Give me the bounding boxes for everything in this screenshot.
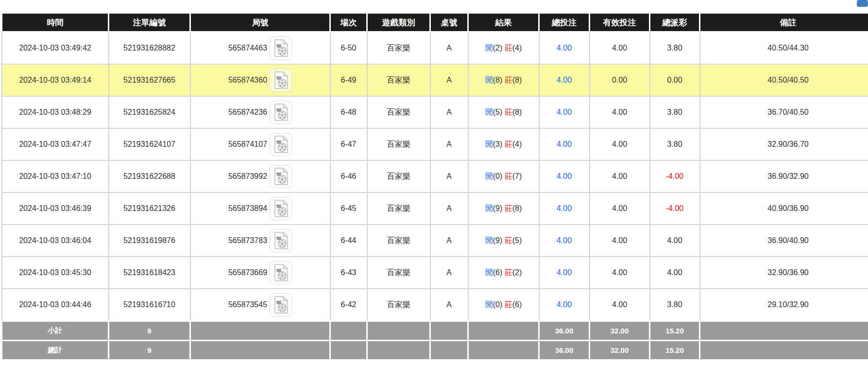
cell-table-no: A: [430, 289, 468, 321]
video-playback-button[interactable]: [270, 197, 292, 220]
cell-result: 閒(5) 莊(8): [468, 96, 539, 128]
cell-table-no: A: [430, 128, 468, 160]
result-player-label: 閒: [485, 44, 493, 52]
result-player-label: 閒: [485, 268, 493, 277]
summary-round: [190, 321, 330, 341]
total-bet-link[interactable]: 4.00: [557, 204, 572, 212]
cell-time: 2024-10-03 03:44:46: [2, 289, 109, 321]
cell-total-payout: 3.80: [650, 96, 700, 128]
cell-bet-id: 521931619876: [109, 225, 190, 257]
result-banker-label: 莊: [505, 172, 512, 180]
bet-history-table: 時間注單編號局號場次遊戲類別桌號結果總投注有效投注總派彩備註 2024-10-0…: [1, 12, 868, 361]
video-playback-button[interactable]: [270, 69, 292, 92]
round-id-wrap: 565874360: [228, 69, 292, 92]
cell-bet-id: 521931625824: [109, 96, 190, 128]
total-payout-value: -4.00: [666, 172, 683, 180]
cell-result: 閒(6) 莊(2): [468, 257, 539, 289]
summary-total-payout: 15.20: [650, 321, 700, 341]
video-playback-button[interactable]: [270, 293, 292, 316]
summary-total-payout: 15.20: [650, 341, 700, 360]
result-player-label: 閒: [485, 204, 493, 212]
result-player-score: (5): [493, 108, 503, 116]
cell-valid-bet: 4.00: [590, 289, 650, 321]
round-id-value: 565873669: [228, 268, 267, 277]
column-header-label: 有效投注: [603, 18, 636, 27]
result-banker-score: (6): [512, 300, 522, 309]
cell-table-no: A: [430, 32, 468, 65]
column-header-game_type: 遊戲類別: [367, 13, 430, 32]
result-player-score: (0): [493, 172, 503, 180]
result-banker-label: 莊: [505, 44, 512, 52]
cell-remark: 32.90/36.70: [700, 128, 868, 160]
summary-row: 小計936.0032.0015.20: [2, 321, 868, 341]
video-playback-button[interactable]: [270, 101, 292, 124]
video-playback-button[interactable]: [270, 36, 292, 60]
column-header-remark: 備註: [700, 13, 868, 32]
cell-bet-id: 521931628882: [109, 32, 190, 65]
round-id-wrap: 565873545: [228, 293, 292, 316]
cell-total-payout: 3.80: [650, 32, 700, 65]
cell-table-no: A: [430, 225, 468, 257]
cell-round-id: 565874236: [190, 96, 330, 128]
cell-bet-id: 521931618423: [109, 257, 190, 289]
total-payout-value: 3.80: [667, 140, 682, 148]
cell-session: 6-45: [330, 192, 367, 225]
cell-game-type: 百家樂: [367, 128, 430, 160]
cell-session: 6-44: [330, 225, 367, 257]
column-header-total_bet: 總投注: [539, 13, 590, 32]
column-header-label: 總派彩: [663, 18, 687, 27]
cell-time: 2024-10-03 03:48:29: [2, 96, 109, 128]
cell-time: 2024-10-03 03:47:10: [2, 160, 109, 192]
result-banker-label: 莊: [505, 268, 512, 277]
total-bet-link[interactable]: 4.00: [557, 108, 572, 116]
cell-game-type: 百家樂: [367, 64, 430, 96]
cell-remark: 32.90/36.90: [700, 257, 868, 289]
cell-table-no: A: [430, 160, 468, 192]
summary-session: [330, 341, 367, 360]
cell-total-payout: -4.00: [650, 160, 700, 192]
cell-total-bet: 4.00: [539, 128, 590, 160]
video-record-icon: [272, 38, 289, 58]
video-playback-button[interactable]: [270, 133, 292, 156]
round-id-wrap: 565873669: [228, 261, 292, 284]
cell-bet-id: 521931616710: [109, 289, 190, 321]
cell-round-id: 565873545: [190, 289, 330, 321]
total-bet-link[interactable]: 4.00: [557, 268, 572, 277]
total-bet-link[interactable]: 4.00: [557, 76, 572, 84]
video-record-icon: [272, 103, 289, 122]
summary-table: [430, 341, 468, 360]
total-bet-link[interactable]: 4.00: [557, 172, 572, 180]
total-bet-link[interactable]: 4.00: [557, 140, 572, 148]
summary-count: 9: [109, 341, 190, 360]
total-bet-link[interactable]: 4.00: [557, 300, 572, 309]
cell-game-type: 百家樂: [367, 289, 430, 321]
cell-bet-id: 521931622688: [109, 160, 190, 192]
cell-round-id: 565874360: [190, 64, 330, 96]
cell-valid-bet: 4.00: [590, 257, 650, 289]
video-playback-button[interactable]: [270, 261, 292, 284]
cell-valid-bet: 0.00: [590, 64, 650, 96]
video-playback-button[interactable]: [270, 165, 292, 188]
total-bet-link[interactable]: 4.00: [557, 44, 572, 52]
total-bet-link[interactable]: 4.00: [557, 236, 572, 244]
summary-total-bet: 36.00: [539, 341, 590, 360]
round-id-value: 565874463: [228, 44, 267, 52]
bet-row: 2024-10-03 03:44:46521931616710565873545…: [2, 289, 868, 321]
round-id-wrap: 565873783: [228, 229, 292, 252]
result-player-score: (9): [493, 236, 503, 244]
summary-remark: [700, 321, 868, 341]
cell-game-type: 百家樂: [367, 225, 430, 257]
total-payout-value: 4.00: [667, 268, 682, 277]
bet-row: 2024-10-03 03:46:04521931619876565873783…: [2, 225, 868, 257]
result-banker-label: 莊: [505, 76, 512, 84]
result-banker-label: 莊: [505, 236, 512, 244]
summary-valid-bet: 32.00: [590, 341, 650, 360]
cell-valid-bet: 4.00: [590, 32, 650, 65]
column-header-time: 時間: [2, 13, 109, 32]
bet-row: 2024-10-03 03:47:10521931622688565873992…: [2, 160, 868, 192]
top-right-partial-button[interactable]: [857, 0, 868, 7]
round-id-wrap: 565873894: [228, 197, 292, 220]
column-header-label: 場次: [340, 18, 357, 27]
cell-result: 閒(3) 莊(4): [468, 128, 539, 160]
video-playback-button[interactable]: [270, 229, 292, 252]
